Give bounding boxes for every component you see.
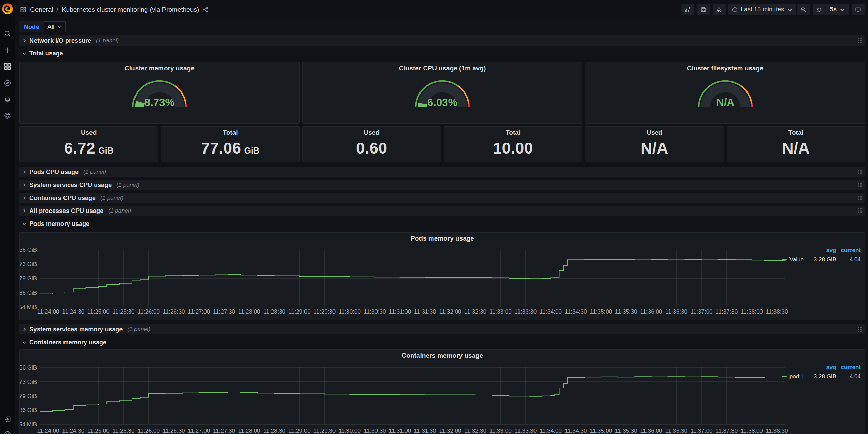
panel-title[interactable]: Total bbox=[223, 129, 238, 136]
help-icon[interactable] bbox=[4, 431, 11, 434]
row-panel-count: (1 panel) bbox=[83, 169, 106, 175]
svg-text:11:31:30: 11:31:30 bbox=[414, 308, 436, 315]
svg-text:11:35:00: 11:35:00 bbox=[590, 308, 612, 315]
row-drag-handle[interactable] bbox=[857, 182, 863, 188]
svg-text:954 MiB: 954 MiB bbox=[20, 304, 37, 310]
panel-title[interactable]: Total bbox=[788, 129, 803, 136]
panel-containers-memory-usage: Containers memory usage 954 MiB1.86 GiB2… bbox=[19, 349, 865, 434]
legend-series[interactable]: pod: | bbox=[782, 373, 804, 380]
svg-text:6.03%: 6.03% bbox=[427, 97, 457, 108]
row-containers-cpu-usage[interactable]: Containers CPU usage (1 panel) bbox=[19, 193, 865, 203]
monitor-icon bbox=[855, 6, 861, 13]
zoom-out-time-button[interactable] bbox=[797, 4, 810, 15]
time-range-picker[interactable]: Last 15 minutes bbox=[728, 4, 796, 15]
svg-text:11:26:30: 11:26:30 bbox=[163, 308, 185, 315]
legend-series[interactable]: Value bbox=[782, 256, 804, 263]
row-title: System services CPU usage bbox=[29, 182, 112, 189]
dashboard-title[interactable]: Kubernetes cluster monitoring (via Prome… bbox=[62, 6, 199, 13]
panel-title[interactable]: Pods memory usage bbox=[20, 235, 865, 242]
breadcrumb-separator: / bbox=[57, 6, 58, 13]
configuration-gear-icon[interactable] bbox=[4, 112, 11, 119]
breadcrumb-folder[interactable]: General bbox=[30, 6, 53, 13]
panel-title[interactable]: Containers memory usage bbox=[20, 352, 865, 359]
panel-title[interactable]: Used bbox=[81, 129, 97, 136]
svg-text:4.66 GiB: 4.66 GiB bbox=[20, 364, 37, 371]
refresh-button[interactable] bbox=[813, 4, 826, 15]
panel-title[interactable]: Used bbox=[364, 129, 380, 136]
gauge-cluster-memory: 8.73% bbox=[127, 74, 192, 110]
row-network-io-pressure[interactable]: Network I/O pressure (1 panel) bbox=[19, 35, 865, 46]
legend-series-color bbox=[782, 259, 787, 260]
refresh-controls: 5s bbox=[813, 4, 849, 15]
row-drag-handle[interactable] bbox=[857, 195, 863, 201]
row-drag-handle[interactable] bbox=[857, 326, 863, 332]
svg-text:11:38:30: 11:38:30 bbox=[766, 308, 788, 315]
svg-text:954 MiB: 954 MiB bbox=[20, 421, 37, 428]
cycle-view-mode-button[interactable] bbox=[852, 4, 865, 15]
plus-icon[interactable] bbox=[4, 46, 11, 54]
row-system-services-cpu-usage[interactable]: System services CPU usage (1 panel) bbox=[19, 180, 865, 190]
panel-title[interactable]: Cluster filesystem usage bbox=[687, 64, 764, 72]
legend-header-current[interactable]: current bbox=[836, 364, 861, 371]
row-panel-count: (1 panel) bbox=[116, 182, 139, 188]
stat-value: 0.60 bbox=[356, 139, 387, 157]
row-all-processes-cpu-usage[interactable]: All processes CPU usage (1 panel) bbox=[19, 206, 865, 216]
row-pods-cpu-usage[interactable]: Pods CPU usage (1 panel) bbox=[19, 167, 865, 177]
sync-icon bbox=[816, 6, 822, 13]
alerting-bell-icon[interactable] bbox=[4, 96, 11, 103]
svg-text:11:35:30: 11:35:30 bbox=[615, 428, 637, 434]
dashboard-settings-button[interactable] bbox=[713, 4, 726, 15]
share-alt-icon[interactable] bbox=[202, 6, 209, 13]
row-panel-count: (1 panel) bbox=[127, 326, 150, 333]
row-drag-handle[interactable] bbox=[857, 208, 863, 214]
stat-unit: GiB bbox=[98, 146, 113, 156]
refresh-interval-picker[interactable]: 5s bbox=[826, 4, 849, 15]
dashboards-icon[interactable] bbox=[4, 63, 11, 70]
row-title: Containers CPU usage bbox=[29, 194, 96, 202]
variable-value-dropdown[interactable]: All bbox=[44, 21, 66, 32]
svg-text:11:35:00: 11:35:00 bbox=[590, 428, 612, 434]
legend-header-current[interactable]: current bbox=[836, 247, 861, 254]
containers-memory-chart-plot[interactable]: 954 MiB1.86 GiB2.79 GiB3.73 GiB4.66 GiB1… bbox=[20, 350, 865, 434]
chevron-down-icon bbox=[57, 25, 61, 29]
panel-title[interactable]: Cluster CPU usage (1m avg) bbox=[399, 64, 486, 72]
panel-title[interactable]: Used bbox=[646, 129, 662, 136]
chevron-right-icon bbox=[22, 170, 27, 174]
variable-node: Node All bbox=[19, 21, 66, 32]
save-dashboard-button[interactable] bbox=[697, 4, 710, 15]
row-total-usage[interactable]: Total usage bbox=[19, 48, 865, 58]
svg-text:11:28:00: 11:28:00 bbox=[238, 428, 260, 434]
row-drag-handle[interactable] bbox=[857, 169, 863, 175]
top-navbar: General / Kubernetes cluster monitoring … bbox=[15, 0, 868, 19]
left-sidebar bbox=[0, 0, 15, 434]
row-containers-memory-usage[interactable]: Containers memory usage bbox=[19, 337, 865, 347]
stat-value: 10.00 bbox=[493, 139, 533, 157]
panel-filesystem-total: Total N/A bbox=[727, 126, 865, 162]
svg-text:11:37:30: 11:37:30 bbox=[715, 308, 738, 315]
time-controls: Last 15 minutes bbox=[728, 4, 810, 15]
row-system-services-memory-usage[interactable]: System services memory usage (1 panel) bbox=[19, 324, 865, 334]
svg-text:11:34:00: 11:34:00 bbox=[540, 428, 562, 434]
grafana-logo[interactable] bbox=[1, 3, 14, 15]
svg-text:11:34:30: 11:34:30 bbox=[565, 308, 587, 315]
search-icon[interactable] bbox=[4, 30, 11, 38]
legend-header-avg[interactable]: avg bbox=[804, 364, 836, 371]
explore-compass-icon[interactable] bbox=[4, 79, 11, 87]
panel-title[interactable]: Total bbox=[506, 129, 521, 136]
legend-header-avg[interactable]: avg bbox=[804, 247, 836, 254]
svg-text:11:25:00: 11:25:00 bbox=[87, 428, 110, 434]
row-pods-memory-usage[interactable]: Pods memory usage bbox=[19, 219, 865, 229]
chevron-right-icon bbox=[22, 208, 27, 213]
dashboard-content: Node All Network I/O pressure (1 panel) … bbox=[15, 19, 868, 434]
svg-text:11:25:00: 11:25:00 bbox=[87, 308, 110, 315]
panel-cluster-memory-usage: Cluster memory usage 8.73% bbox=[19, 62, 300, 124]
panel-title[interactable]: Cluster memory usage bbox=[125, 64, 195, 72]
sign-in-icon[interactable] bbox=[4, 416, 11, 423]
row-drag-handle[interactable] bbox=[857, 38, 863, 44]
svg-text:3.73 GiB: 3.73 GiB bbox=[20, 379, 37, 385]
panel-add-button[interactable] bbox=[681, 4, 694, 15]
navbar-actions: Last 15 minutes 5s bbox=[681, 4, 865, 15]
svg-text:2.79 GiB: 2.79 GiB bbox=[20, 393, 37, 400]
chevron-down-icon bbox=[839, 6, 845, 13]
pods-memory-chart-plot[interactable]: 954 MiB1.86 GiB2.79 GiB3.73 GiB4.66 GiB1… bbox=[20, 233, 865, 320]
